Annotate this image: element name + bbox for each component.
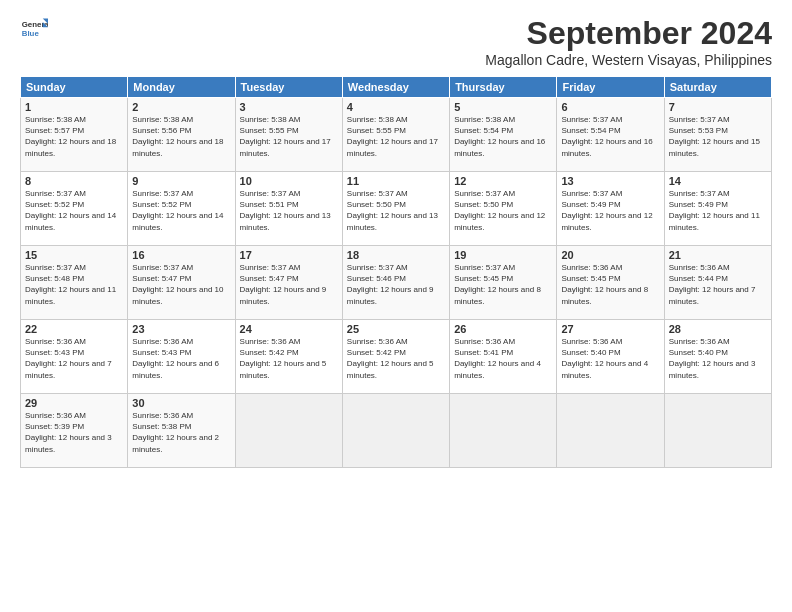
day-info: Sunrise: 5:37 AM Sunset: 5:54 PM Dayligh… (561, 114, 659, 159)
daylight-label: Daylight: 12 hours and 17 minutes. (347, 137, 438, 157)
day-number: 8 (25, 175, 123, 187)
sunrise-label: Sunrise: 5:37 AM (25, 189, 86, 198)
sunrise-label: Sunrise: 5:37 AM (561, 189, 622, 198)
daylight-label: Daylight: 12 hours and 9 minutes. (240, 285, 327, 305)
day-info: Sunrise: 5:37 AM Sunset: 5:47 PM Dayligh… (132, 262, 230, 307)
daylight-label: Daylight: 12 hours and 14 minutes. (25, 211, 116, 231)
daylight-label: Daylight: 12 hours and 16 minutes. (454, 137, 545, 157)
daylight-label: Daylight: 12 hours and 5 minutes. (347, 359, 434, 379)
day-number: 12 (454, 175, 552, 187)
day-info: Sunrise: 5:37 AM Sunset: 5:49 PM Dayligh… (561, 188, 659, 233)
daylight-label: Daylight: 12 hours and 12 minutes. (561, 211, 652, 231)
calendar-row: 8 Sunrise: 5:37 AM Sunset: 5:52 PM Dayli… (21, 172, 772, 246)
table-row: 6 Sunrise: 5:37 AM Sunset: 5:54 PM Dayli… (557, 98, 664, 172)
daylight-label: Daylight: 12 hours and 2 minutes. (132, 433, 219, 453)
header-friday: Friday (557, 77, 664, 98)
table-row: 8 Sunrise: 5:37 AM Sunset: 5:52 PM Dayli… (21, 172, 128, 246)
day-info: Sunrise: 5:37 AM Sunset: 5:51 PM Dayligh… (240, 188, 338, 233)
day-number: 1 (25, 101, 123, 113)
location: Magallon Cadre, Western Visayas, Philipp… (485, 52, 772, 68)
day-info: Sunrise: 5:37 AM Sunset: 5:52 PM Dayligh… (132, 188, 230, 233)
sunset-label: Sunset: 5:55 PM (240, 126, 299, 135)
svg-text:Blue: Blue (22, 29, 40, 38)
sunrise-label: Sunrise: 5:38 AM (25, 115, 86, 124)
sunset-label: Sunset: 5:44 PM (669, 274, 728, 283)
day-info: Sunrise: 5:36 AM Sunset: 5:40 PM Dayligh… (669, 336, 767, 381)
day-number: 2 (132, 101, 230, 113)
daylight-label: Daylight: 12 hours and 15 minutes. (669, 137, 760, 157)
sunrise-label: Sunrise: 5:36 AM (25, 411, 86, 420)
daylight-label: Daylight: 12 hours and 18 minutes. (132, 137, 223, 157)
table-row: 28 Sunrise: 5:36 AM Sunset: 5:40 PM Dayl… (664, 320, 771, 394)
daylight-label: Daylight: 12 hours and 4 minutes. (561, 359, 648, 379)
day-number: 21 (669, 249, 767, 261)
sunset-label: Sunset: 5:54 PM (454, 126, 513, 135)
table-row: 11 Sunrise: 5:37 AM Sunset: 5:50 PM Dayl… (342, 172, 449, 246)
sunset-label: Sunset: 5:57 PM (25, 126, 84, 135)
sunrise-label: Sunrise: 5:37 AM (454, 263, 515, 272)
sunrise-label: Sunrise: 5:37 AM (240, 263, 301, 272)
day-number: 13 (561, 175, 659, 187)
table-row: 5 Sunrise: 5:38 AM Sunset: 5:54 PM Dayli… (450, 98, 557, 172)
day-info: Sunrise: 5:36 AM Sunset: 5:42 PM Dayligh… (240, 336, 338, 381)
sunset-label: Sunset: 5:50 PM (454, 200, 513, 209)
table-row (235, 394, 342, 468)
sunrise-label: Sunrise: 5:37 AM (240, 189, 301, 198)
calendar-row: 15 Sunrise: 5:37 AM Sunset: 5:48 PM Dayl… (21, 246, 772, 320)
sunset-label: Sunset: 5:51 PM (240, 200, 299, 209)
sunset-label: Sunset: 5:45 PM (561, 274, 620, 283)
logo: General Blue (20, 15, 48, 43)
day-info: Sunrise: 5:36 AM Sunset: 5:45 PM Dayligh… (561, 262, 659, 307)
day-number: 3 (240, 101, 338, 113)
day-number: 15 (25, 249, 123, 261)
day-info: Sunrise: 5:38 AM Sunset: 5:55 PM Dayligh… (240, 114, 338, 159)
day-info: Sunrise: 5:37 AM Sunset: 5:53 PM Dayligh… (669, 114, 767, 159)
sunset-label: Sunset: 5:41 PM (454, 348, 513, 357)
table-row: 15 Sunrise: 5:37 AM Sunset: 5:48 PM Dayl… (21, 246, 128, 320)
sunrise-label: Sunrise: 5:36 AM (347, 337, 408, 346)
day-info: Sunrise: 5:38 AM Sunset: 5:54 PM Dayligh… (454, 114, 552, 159)
daylight-label: Daylight: 12 hours and 6 minutes. (132, 359, 219, 379)
sunset-label: Sunset: 5:38 PM (132, 422, 191, 431)
sunset-label: Sunset: 5:40 PM (561, 348, 620, 357)
sunrise-label: Sunrise: 5:36 AM (240, 337, 301, 346)
logo-icon: General Blue (20, 15, 48, 43)
day-info: Sunrise: 5:36 AM Sunset: 5:40 PM Dayligh… (561, 336, 659, 381)
header-saturday: Saturday (664, 77, 771, 98)
title-block: September 2024 Magallon Cadre, Western V… (485, 15, 772, 68)
day-info: Sunrise: 5:38 AM Sunset: 5:55 PM Dayligh… (347, 114, 445, 159)
sunset-label: Sunset: 5:46 PM (347, 274, 406, 283)
calendar-row: 22 Sunrise: 5:36 AM Sunset: 5:43 PM Dayl… (21, 320, 772, 394)
table-row (450, 394, 557, 468)
day-info: Sunrise: 5:36 AM Sunset: 5:43 PM Dayligh… (25, 336, 123, 381)
daylight-label: Daylight: 12 hours and 5 minutes. (240, 359, 327, 379)
sunset-label: Sunset: 5:55 PM (347, 126, 406, 135)
day-number: 30 (132, 397, 230, 409)
sunset-label: Sunset: 5:52 PM (25, 200, 84, 209)
daylight-label: Daylight: 12 hours and 3 minutes. (25, 433, 112, 453)
table-row: 12 Sunrise: 5:37 AM Sunset: 5:50 PM Dayl… (450, 172, 557, 246)
sunset-label: Sunset: 5:47 PM (240, 274, 299, 283)
page: General Blue September 2024 Magallon Cad… (0, 0, 792, 612)
day-number: 7 (669, 101, 767, 113)
table-row: 14 Sunrise: 5:37 AM Sunset: 5:49 PM Dayl… (664, 172, 771, 246)
sunrise-label: Sunrise: 5:36 AM (132, 411, 193, 420)
day-number: 28 (669, 323, 767, 335)
day-number: 16 (132, 249, 230, 261)
daylight-label: Daylight: 12 hours and 17 minutes. (240, 137, 331, 157)
table-row: 27 Sunrise: 5:36 AM Sunset: 5:40 PM Dayl… (557, 320, 664, 394)
table-row: 21 Sunrise: 5:36 AM Sunset: 5:44 PM Dayl… (664, 246, 771, 320)
day-info: Sunrise: 5:37 AM Sunset: 5:45 PM Dayligh… (454, 262, 552, 307)
day-info: Sunrise: 5:36 AM Sunset: 5:43 PM Dayligh… (132, 336, 230, 381)
sunset-label: Sunset: 5:43 PM (132, 348, 191, 357)
daylight-label: Daylight: 12 hours and 11 minutes. (669, 211, 760, 231)
day-info: Sunrise: 5:38 AM Sunset: 5:56 PM Dayligh… (132, 114, 230, 159)
table-row: 3 Sunrise: 5:38 AM Sunset: 5:55 PM Dayli… (235, 98, 342, 172)
day-number: 22 (25, 323, 123, 335)
day-info: Sunrise: 5:36 AM Sunset: 5:44 PM Dayligh… (669, 262, 767, 307)
daylight-label: Daylight: 12 hours and 4 minutes. (454, 359, 541, 379)
day-number: 27 (561, 323, 659, 335)
daylight-label: Daylight: 12 hours and 7 minutes. (669, 285, 756, 305)
table-row: 20 Sunrise: 5:36 AM Sunset: 5:45 PM Dayl… (557, 246, 664, 320)
day-info: Sunrise: 5:37 AM Sunset: 5:48 PM Dayligh… (25, 262, 123, 307)
